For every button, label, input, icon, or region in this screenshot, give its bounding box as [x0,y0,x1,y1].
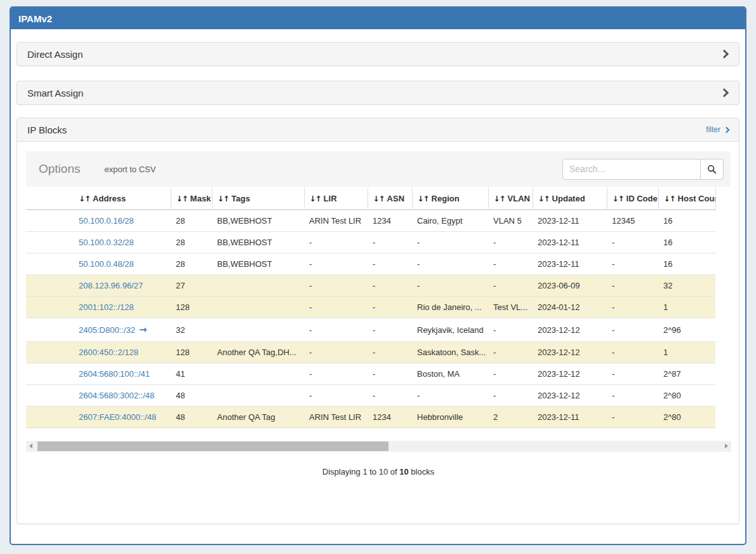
search-icon [707,165,717,174]
ip-blocks-body: Options export to CSV ↓ [17,142,739,524]
panel-smart-assign[interactable]: Smart Assign [17,81,739,105]
cell-lir: - [304,232,368,253]
cell-region: Hebbronville [412,407,488,428]
column-header-vlan[interactable]: ↓↑VLAN [488,188,533,210]
column-header-label: Updated [552,194,585,203]
cell-tags [212,385,304,407]
sort-icon: ↓↑ [664,194,675,203]
cell-mask: 48 [171,407,212,428]
chevron-right-icon [724,126,730,133]
cell-lir: ARIN Test LIR [304,210,368,232]
app-body: Direct Assign Smart Assign IP Blocks fil… [11,29,745,524]
address-link[interactable]: 50.100.0.16/28 [79,216,134,226]
table-row: 50.100.0.48/2828BB,WEBHOST----2023-12-11… [26,253,715,275]
scroll-left-icon[interactable] [29,443,32,449]
options-bar: Options export to CSV [26,151,731,187]
horizontal-scrollbar[interactable] [26,441,731,452]
column-header-mask[interactable]: ↓↑Mask [171,188,212,210]
cell-lir: - [304,253,368,275]
cell-tags: BB,WEBHOST [212,253,304,275]
options-label: Options [39,162,80,176]
cell-id_code: - [607,363,658,385]
table-row: 50.100.0.32/2828BB,WEBHOST----2023-12-11… [26,232,715,253]
cell-address: 208.123.96.96/27 [74,275,171,297]
cell-address: 2405:D800::/32→ [74,318,171,342]
cell-address: 50.100.0.48/28 [74,253,171,275]
cell-asn: - [368,385,412,407]
scrollbar-thumb[interactable] [37,442,388,451]
cell-address: 2607:FAE0:4000::/48 [74,407,171,428]
filter-link[interactable]: filter [706,125,729,134]
cell-updated: 2023-06-09 [533,275,607,297]
search-group [562,159,724,180]
search-button[interactable] [700,159,724,180]
scroll-right-icon[interactable] [725,443,728,449]
ip-blocks-heading: IP Blocks filter [17,118,739,142]
cell-id_code: - [607,385,658,407]
column-header-asn[interactable]: ↓↑ASN [368,188,412,210]
column-header-updated[interactable]: ↓↑Updated [533,188,607,210]
address-link[interactable]: 2405:D800::/32 [79,325,135,335]
column-header-address[interactable]: ↓↑Address [74,188,171,210]
record-count-suffix: blocks [409,467,434,476]
table-row: 2405:D800::/32→32--Reykjavik, Iceland-20… [26,318,715,342]
cell-vlan: - [488,275,533,297]
cell-host_count: 2^87 [658,363,715,385]
cell-region: Cairo, Egypt [412,210,488,232]
cell-host_count: 2^96 [658,318,715,342]
column-header-lir[interactable]: ↓↑LIR [304,188,368,210]
row-gutter [26,232,74,253]
address-link[interactable]: 2607:FAE0:4000::/48 [79,412,156,422]
column-header-label: LIR [324,194,337,203]
address-link[interactable]: 2604:5680:100::/41 [79,369,150,379]
sort-icon: ↓↑ [418,194,429,203]
cell-lir: ARIN Test LIR [304,407,368,428]
cell-vlan: Test VL... [488,297,533,318]
panel-direct-assign[interactable]: Direct Assign [17,42,739,66]
cell-vlan: 2 [488,407,533,428]
row-gutter [26,318,74,342]
column-header-label: ID Code [627,194,658,203]
export-csv-link[interactable]: export to CSV [104,165,156,174]
address-link[interactable]: 208.123.96.96/27 [79,281,143,290]
sort-icon: ↓↑ [613,194,624,203]
column-header-label: Mask [190,194,211,203]
address-link[interactable]: 2604:5680:3002::/48 [79,391,154,400]
column-header-tags[interactable]: ↓↑Tags [212,188,304,210]
cell-host_count: 2^80 [658,407,715,428]
table-row: 2607:FAE0:4000::/4848Another QA TagARIN … [26,407,715,428]
table-row: 208.123.96.96/2727----2023-06-09-32 [26,275,715,297]
record-count: Displaying 1 to 10 of 10 blocks [26,467,731,476]
address-link[interactable]: 2600:450::2/128 [79,348,138,357]
sort-icon: ↓↑ [310,194,321,203]
address-link[interactable]: 50.100.0.32/28 [79,238,134,247]
cell-address: 50.100.0.16/28 [74,210,171,232]
row-gutter [26,210,74,232]
cell-asn: - [368,297,412,318]
cell-tags [212,275,304,297]
column-header-host-count[interactable]: ↓↑Host Count [658,188,715,210]
cell-host_count: 1 [658,342,715,363]
cell-host_count: 32 [658,275,715,297]
chevron-right-icon [720,50,729,58]
column-header-label: Tags [232,194,250,203]
column-header-region[interactable]: ↓↑Region [412,188,488,210]
cell-tags: BB,WEBHOST [212,210,304,232]
cell-asn: - [368,275,412,297]
cell-lir: - [304,297,368,318]
row-gutter [26,275,74,297]
cell-address: 2604:5680:100::/41 [74,363,171,385]
cell-host_count: 16 [658,232,715,253]
address-link[interactable]: 2001:102::/128 [79,302,134,312]
address-link[interactable]: 50.100.0.48/28 [79,259,134,269]
column-header-label: VLAN [508,194,530,203]
cell-vlan: VLAN 5 [488,210,533,232]
column-header-id-code[interactable]: ↓↑ID Code [607,188,658,210]
row-gutter [26,385,74,407]
search-input[interactable] [562,159,701,180]
row-gutter [26,407,74,428]
cell-region: - [412,253,488,275]
sort-icon: ↓↑ [494,194,505,203]
cell-asn: 1234 [368,407,412,428]
cell-host_count: 16 [658,210,715,232]
